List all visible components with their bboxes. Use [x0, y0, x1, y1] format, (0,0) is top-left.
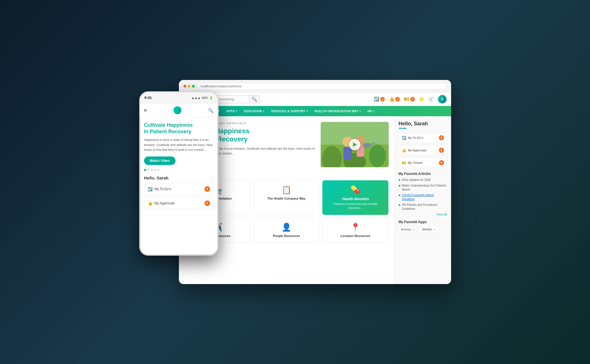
browser-url-bar[interactable]: healthcarecompany.net/home [198, 83, 447, 90]
nav-education-arrow: ▾ [263, 110, 265, 113]
header-right: ☑️ 4 👍 4 🎫 4 ⭐ 🛒 S [374, 95, 447, 103]
phone-todo-icon: ☑️ [148, 187, 153, 191]
benefits-desc: Payment received through a health insura… [326, 202, 385, 210]
play-icon [353, 142, 357, 147]
search-submit-button[interactable]: 🔍 [249, 96, 259, 103]
app-header: H All ▾ 🔍 ☑️ 4 👍 4 [179, 92, 451, 106]
app-chip-webex[interactable]: WebEx ↗ [420, 226, 438, 232]
nav-apps[interactable]: APPS ▾ [223, 106, 241, 116]
phone-approvals-badge: 4 [204, 200, 210, 206]
minimize-window-button[interactable] [188, 85, 191, 88]
article-link-401k[interactable]: 401k Updates for 2020 [402, 178, 431, 182]
phone-content: Cultivate Happiness In Patient Recovery … [140, 117, 218, 255]
approvals-header-icon[interactable]: 👍 [389, 96, 394, 102]
desktop-browser: healthcarecompany.net/home H All ▾ 🔍 ☑️ [179, 80, 451, 284]
hero-video[interactable] [321, 122, 389, 167]
benefits-name: Health Benefits [342, 197, 369, 201]
sidebar-todos-badge: 4 [439, 135, 444, 140]
resource-card-company-way[interactable]: 📋 The Health Company Way [253, 180, 320, 215]
todos-header-group: ☑️ 4 [374, 96, 385, 102]
carousel-dot-3[interactable] [151, 169, 153, 171]
apps-section-title: My Favorite Apps [399, 220, 447, 224]
app-chip-kronos[interactable]: Kronos ↗ [399, 226, 417, 232]
carousel-dot-5[interactable] [158, 169, 160, 171]
sidebar-todo-icon: ☑️ [402, 136, 406, 140]
close-window-button[interactable] [183, 85, 186, 88]
sidebar-approvals-label: My Approvals [408, 149, 427, 152]
favorites-header-icon[interactable]: ⭐ [419, 96, 424, 102]
phone-todos-item[interactable]: ☑️ My To-Do's 4 [144, 183, 214, 195]
cart-header-icon[interactable]: 🛒 [428, 96, 434, 102]
phone-search-icon[interactable]: 🔍 [208, 108, 213, 113]
sidebar-tickets-badge: 4 [439, 160, 444, 165]
sidebar-todos-item[interactable]: ☑️ My To-Do's 4 [399, 133, 447, 143]
sidebar-todos-label: My To-Do's [408, 136, 423, 139]
svg-rect-9 [363, 143, 370, 148]
location-name: Location Resources [341, 234, 370, 238]
article-bullet-1 [399, 179, 400, 181]
nav-services-arrow: ▾ [306, 110, 308, 113]
sidebar-divider [399, 128, 407, 129]
sidebar-greeting: Hello, Sarah [399, 121, 447, 127]
apps-section: My Favorite Apps Kronos ↗ WebEx ↗ [399, 220, 447, 232]
carousel-dot-2[interactable] [147, 169, 149, 171]
sidebar-tickets-icon: 🎫 [402, 161, 406, 165]
user-avatar[interactable]: S [438, 95, 447, 103]
apps-row: Kronos ↗ WebEx ↗ [399, 226, 447, 232]
article-item-patients[interactable]: Better Understanding Your Patients Needs [399, 184, 447, 192]
people-name: People Resources [273, 234, 300, 238]
external-link-icon-kronos: ↗ [412, 228, 414, 231]
company-way-icon: 📋 [282, 185, 291, 194]
phone-time: 9:41 [145, 96, 152, 100]
nav-education[interactable]: EDUCATION ▾ [240, 106, 268, 116]
video-scene [321, 122, 389, 167]
nav-info-arrow: ▾ [218, 110, 220, 113]
video-play-button[interactable] [349, 139, 360, 150]
people-icon: 👤 [282, 223, 291, 232]
article-link-hr-policies[interactable]: HR Policies and Procedures Guidelines [402, 203, 447, 211]
favorites-section-title: My Favorite Articles [399, 172, 447, 176]
nav-hr[interactable]: HR ▾ [364, 106, 378, 116]
location-icon: 📍 [350, 223, 360, 232]
resource-card-location[interactable]: 📍 Location Resources [322, 218, 388, 242]
company-way-name: The Health Company Way [267, 197, 306, 200]
nav-apps-arrow: ▾ [236, 110, 237, 113]
carousel-dot-4[interactable] [154, 169, 156, 171]
phone-watch-video-button[interactable]: Watch Video [144, 156, 175, 165]
todos-header-badge: 4 [380, 97, 385, 101]
article-link-patients[interactable]: Better Understanding Your Patients Needs [402, 184, 447, 192]
sidebar-approvals-icon: 👍 [402, 148, 406, 153]
article-item-covid[interactable]: COVID Frequently Asked Questions [399, 193, 447, 201]
article-bullet-3 [399, 194, 400, 196]
phone-logo [174, 106, 181, 114]
phone-approvals-label: My Approvals [155, 201, 175, 205]
article-item-401k[interactable]: 401k Updates for 2020 [399, 178, 447, 182]
article-item-hr-policies[interactable]: HR Policies and Procedures Guidelines [399, 203, 447, 211]
todos-header-icon[interactable]: ☑️ [374, 96, 379, 102]
view-all-articles[interactable]: View all [399, 213, 447, 216]
phone-signal: ▲▲▲ WiFi 🔋 [191, 96, 213, 100]
resource-card-people[interactable]: 👤 People Resources [253, 218, 320, 242]
hamburger-icon[interactable]: ≡ [144, 107, 147, 113]
article-link-covid[interactable]: COVID Frequently Asked Questions [402, 193, 447, 201]
sidebar: Hello, Sarah ☑️ My To-Do's 4 👍 My Approv… [394, 116, 451, 284]
tickets-header-icon[interactable]: 🎫 [404, 96, 409, 102]
nav-health-org[interactable]: HEALTH ORGANIZATION WAY ▾ [311, 106, 364, 116]
main-content: HEALTHCARE COMPANY HOSPITALS Cultivate H… [179, 116, 451, 284]
sidebar-approvals-item[interactable]: 👍 My Approvals 4 [399, 145, 447, 155]
carousel-dots [144, 169, 214, 171]
approvals-header-badge: 4 [395, 97, 400, 101]
phone-status-bar: 9:41 ▲▲▲ WiFi 🔋 [140, 92, 218, 103]
sidebar-tickets-item[interactable]: 🎫 My Tickets 4 [399, 158, 447, 168]
external-link-icon-webex: ↗ [433, 228, 436, 231]
phone-header: ≡ 🔍 [140, 103, 218, 117]
carousel-dot-1[interactable] [144, 169, 146, 171]
mobile-phone: 9:41 ▲▲▲ WiFi 🔋 ≡ 🔍 Cultivate Happiness … [139, 91, 219, 256]
nav-services[interactable]: SERVICES & SUPPORT ▾ [268, 106, 311, 116]
phone-todos-label: My To-Do's [155, 187, 171, 191]
browser-window-controls [183, 85, 195, 88]
maximize-window-button[interactable] [192, 85, 195, 88]
resource-card-benefits[interactable]: 💊 Health Benefits Payment received throu… [322, 180, 388, 215]
article-bullet-2 [399, 185, 400, 187]
phone-approvals-item[interactable]: 👍 My Approvals 4 [144, 197, 214, 209]
